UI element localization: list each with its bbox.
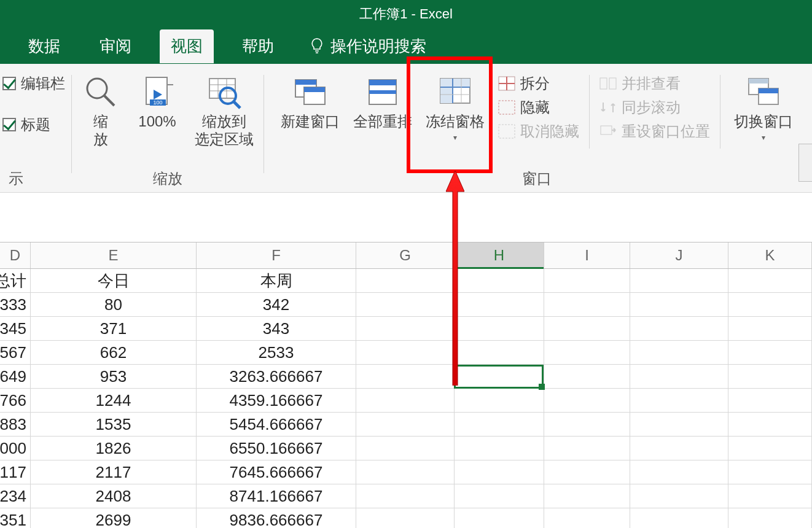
- cell[interactable]: [356, 389, 455, 412]
- cell[interactable]: [630, 389, 728, 412]
- cell[interactable]: 80: [31, 293, 197, 316]
- cell[interactable]: [728, 317, 812, 340]
- cell[interactable]: 5454.666667: [197, 413, 356, 436]
- cell[interactable]: [544, 365, 630, 388]
- cell[interactable]: 7645.666667: [197, 460, 356, 484]
- cell[interactable]: 本周: [197, 269, 356, 292]
- cell[interactable]: 567: [0, 341, 31, 364]
- cell[interactable]: [356, 341, 455, 364]
- cell[interactable]: 1826: [31, 437, 197, 460]
- cell[interactable]: [455, 341, 544, 364]
- col-header-G[interactable]: G: [356, 243, 455, 268]
- cell[interactable]: 6550.166667: [197, 437, 356, 460]
- cell[interactable]: [544, 293, 630, 316]
- cell[interactable]: 3263.666667: [197, 365, 356, 388]
- cell[interactable]: [544, 460, 630, 484]
- cell[interactable]: [544, 484, 630, 508]
- cell[interactable]: [544, 508, 630, 528]
- cell[interactable]: 342: [197, 293, 356, 316]
- cell[interactable]: [455, 437, 544, 460]
- cell[interactable]: [630, 341, 728, 364]
- cell[interactable]: 2408: [31, 484, 197, 508]
- freeze-panes-button[interactable]: 冻结窗格 ▾: [422, 71, 488, 144]
- checkbox-formula-bar[interactable]: 编辑栏: [2, 74, 65, 93]
- col-header-D[interactable]: D: [0, 243, 31, 268]
- cell[interactable]: [728, 437, 812, 460]
- worksheet-grid[interactable]: 总计 今日 本周 3338034234537134356766225336499…: [0, 269, 812, 528]
- cell[interactable]: 234: [0, 484, 31, 508]
- cell[interactable]: [544, 437, 630, 460]
- cell[interactable]: [630, 460, 728, 484]
- cell[interactable]: [544, 389, 630, 412]
- col-header-I[interactable]: I: [544, 243, 630, 268]
- cell[interactable]: [356, 317, 455, 340]
- zoom-to-selection-button[interactable]: 缩放到 选定区域: [191, 71, 257, 151]
- cell[interactable]: 117: [0, 460, 31, 484]
- cell[interactable]: 649: [0, 365, 31, 388]
- cell[interactable]: 662: [31, 341, 197, 364]
- cell[interactable]: 2117: [31, 460, 197, 484]
- cell[interactable]: 今日: [31, 269, 197, 292]
- cell[interactable]: 766: [0, 389, 31, 412]
- cell[interactable]: 345: [0, 317, 31, 340]
- cell[interactable]: [356, 508, 455, 528]
- cell[interactable]: [455, 484, 544, 508]
- hide-button[interactable]: 隐藏: [498, 98, 579, 117]
- cell[interactable]: [630, 317, 728, 340]
- cell[interactable]: [356, 437, 455, 460]
- col-header-H[interactable]: H: [455, 243, 544, 268]
- cell[interactable]: [630, 484, 728, 508]
- col-header-K[interactable]: K: [728, 243, 812, 268]
- col-header-E[interactable]: E: [31, 243, 197, 268]
- cell[interactable]: [455, 365, 544, 388]
- cell[interactable]: [630, 413, 728, 436]
- cell[interactable]: 1535: [31, 413, 197, 436]
- clipboard-partial-icon[interactable]: [798, 144, 812, 182]
- cell[interactable]: 8741.166667: [197, 484, 356, 508]
- switch-windows-button[interactable]: 切换窗口 ▾: [730, 71, 797, 144]
- col-header-F[interactable]: F: [197, 243, 356, 268]
- cell[interactable]: [728, 389, 812, 412]
- cell[interactable]: [356, 413, 455, 436]
- cell[interactable]: [728, 365, 812, 388]
- cell[interactable]: 883: [0, 413, 31, 436]
- cell[interactable]: [356, 269, 455, 292]
- cell[interactable]: 2699: [31, 508, 197, 528]
- cell[interactable]: [630, 293, 728, 316]
- cell[interactable]: 总计: [0, 269, 31, 292]
- zoom-button[interactable]: 缩 放: [78, 71, 123, 151]
- cell[interactable]: [356, 484, 455, 508]
- new-window-button[interactable]: 新建窗口: [277, 71, 343, 133]
- cell[interactable]: [544, 413, 630, 436]
- cell[interactable]: [728, 484, 812, 508]
- cell[interactable]: 9836.666667: [197, 508, 356, 528]
- cell[interactable]: [455, 508, 544, 528]
- tab-data[interactable]: 数据: [17, 29, 71, 63]
- cell[interactable]: [544, 317, 630, 340]
- col-header-J[interactable]: J: [630, 243, 728, 268]
- cell[interactable]: [356, 365, 455, 388]
- arrange-all-button[interactable]: 全部重排: [349, 71, 416, 133]
- cell[interactable]: 351: [0, 508, 31, 528]
- cell[interactable]: [455, 293, 544, 316]
- cell[interactable]: [728, 460, 812, 484]
- cell[interactable]: [728, 341, 812, 364]
- cell[interactable]: 953: [31, 365, 197, 388]
- cell[interactable]: 4359.166667: [197, 389, 356, 412]
- cell[interactable]: [455, 460, 544, 484]
- cell[interactable]: 333: [0, 293, 31, 316]
- tab-review[interactable]: 审阅: [88, 29, 142, 63]
- cell[interactable]: [630, 508, 728, 528]
- cell[interactable]: [455, 317, 544, 340]
- cell[interactable]: 2533: [197, 341, 356, 364]
- cell[interactable]: 000: [0, 437, 31, 460]
- cell[interactable]: [544, 269, 630, 292]
- cell[interactable]: [630, 269, 728, 292]
- cell[interactable]: [630, 437, 728, 460]
- cell[interactable]: [356, 460, 455, 484]
- tab-help[interactable]: 帮助: [231, 29, 285, 63]
- cell[interactable]: [630, 365, 728, 388]
- tell-me-search[interactable]: 操作说明搜索: [310, 36, 426, 57]
- zoom-100-button[interactable]: 100 100%: [135, 71, 180, 133]
- cell[interactable]: [728, 508, 812, 528]
